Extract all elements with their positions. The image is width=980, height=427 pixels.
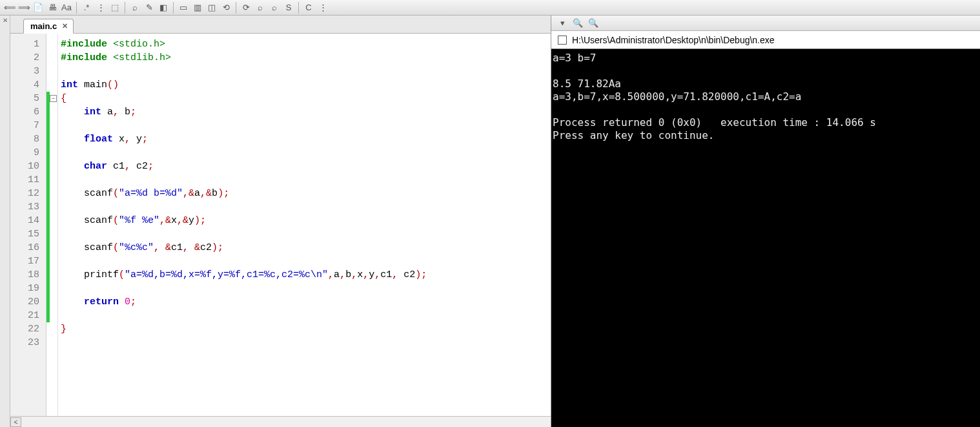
line-number: 16 — [10, 241, 46, 255]
line-number: 18 — [10, 268, 46, 282]
line-number: 5 — [10, 92, 46, 105]
toolbar-icon-15[interactable]: ⟳ — [240, 2, 252, 14]
scroll-left-icon[interactable]: < — [10, 417, 21, 427]
toolbar-icon-12[interactable]: ▥ — [192, 2, 203, 14]
console-pane: ▾🔍🔍 H:\Users\Administrator\Desktop\n\bin… — [551, 16, 980, 427]
toolbar-icon-17[interactable]: ⌕ — [269, 2, 280, 14]
code-line[interactable]: float x, y; — [61, 132, 551, 146]
console-tool-icon-1[interactable]: 🔍 — [572, 17, 584, 29]
toolbar-icon-5[interactable]: .* — [81, 2, 92, 14]
toolbar-separator — [76, 2, 77, 14]
line-number: 15 — [10, 227, 46, 241]
toolbar-icon-9[interactable]: ✎ — [143, 2, 155, 14]
toolbar-separator — [125, 2, 125, 14]
close-panel-icon[interactable]: ✕ — [3, 17, 8, 24]
toolbar-icon-6[interactable]: ⋮ — [95, 2, 107, 14]
console-title-text: H:\Users\Administrator\Desktop\n\bin\Deb… — [572, 35, 775, 45]
horizontal-scrollbar[interactable]: < — [10, 416, 551, 427]
code-line[interactable] — [61, 200, 551, 214]
code-line[interactable]: scanf("%f %e",&x,&y); — [61, 214, 551, 227]
code-line[interactable]: #include <stdio.h> — [61, 37, 551, 51]
line-number: 9 — [10, 146, 46, 160]
line-number: 23 — [10, 336, 46, 349]
code-line[interactable]: #include <stdlib.h> — [61, 51, 551, 65]
console-output[interactable]: a=3 b=7 8.5 71.82Aa a=3,b=7,x=8.500000,y… — [551, 49, 980, 427]
tab-strip: main.c ✕ — [10, 16, 551, 34]
console-toolbar: ▾🔍🔍 — [551, 16, 980, 31]
code-line[interactable] — [61, 65, 551, 78]
tab-main-c[interactable]: main.c ✕ — [23, 19, 74, 34]
line-number: 21 — [10, 309, 46, 322]
close-icon[interactable]: ✕ — [62, 22, 68, 30]
editor-body: 1234567891011121314151617181920212223 − … — [10, 34, 551, 416]
toolbar-icon-14[interactable]: ⟲ — [220, 2, 232, 14]
app-icon — [558, 36, 567, 45]
console-tool-icon-2[interactable]: 🔍 — [587, 17, 599, 29]
console-titlebar[interactable]: H:\Users\Administrator\Desktop\n\bin\Deb… — [551, 31, 980, 49]
toolbar-separator — [236, 2, 236, 14]
line-number-gutter: 1234567891011121314151617181920212223 — [10, 34, 46, 416]
toolbar-icon-13[interactable]: ◫ — [206, 2, 218, 14]
toolbar-icon-0[interactable]: ⟸ — [4, 2, 15, 14]
line-number: 10 — [10, 160, 46, 173]
code-line[interactable]: } — [61, 322, 551, 336]
toolbar-icon-16[interactable]: ⌕ — [254, 2, 266, 14]
code-line[interactable]: { — [61, 92, 551, 105]
line-number: 20 — [10, 295, 46, 309]
line-number: 13 — [10, 200, 46, 214]
code-area[interactable]: #include <stdio.h>#include <stdlib.h>int… — [58, 34, 551, 416]
toolbar-icon-10[interactable]: ◧ — [158, 2, 169, 14]
toolbar-icon-11[interactable]: ▭ — [178, 2, 189, 14]
toolbar-icon-19[interactable]: C — [303, 2, 314, 14]
line-number: 4 — [10, 78, 46, 92]
line-number: 8 — [10, 132, 46, 146]
left-gutter: ✕ — [0, 16, 10, 427]
code-line[interactable] — [61, 146, 551, 160]
fold-icon[interactable]: − — [50, 95, 57, 102]
toolbar-icon-4[interactable]: Aa — [61, 2, 72, 14]
code-line[interactable] — [61, 255, 551, 268]
line-number: 19 — [10, 282, 46, 295]
line-number: 22 — [10, 322, 46, 336]
line-number: 2 — [10, 51, 46, 65]
toolbar-icon-1[interactable]: ⟹ — [18, 2, 30, 14]
toolbar-separator — [173, 2, 174, 14]
toolbar-icon-18[interactable]: S — [283, 2, 294, 14]
line-number: 17 — [10, 255, 46, 268]
code-line[interactable]: scanf("%c%c", &c1, &c2); — [61, 241, 551, 255]
main-row: ✕ main.c ✕ 12345678910111213141516171819… — [0, 16, 980, 427]
code-line[interactable]: scanf("a=%d b=%d",&a,&b); — [61, 187, 551, 200]
change-marker — [46, 92, 50, 322]
tab-label: main.c — [30, 21, 57, 31]
code-line[interactable] — [61, 227, 551, 241]
toolbar-icon-20[interactable]: ⋮ — [317, 2, 329, 14]
code-line[interactable] — [61, 173, 551, 187]
code-line[interactable] — [61, 282, 551, 295]
line-number: 14 — [10, 214, 46, 227]
line-number: 11 — [10, 173, 46, 187]
line-number: 6 — [10, 105, 46, 119]
editor-pane: main.c ✕ 1234567891011121314151617181920… — [10, 16, 551, 427]
code-line[interactable] — [61, 336, 551, 349]
code-line[interactable] — [61, 119, 551, 132]
main-toolbar: ⟸⟹📄🖶Aa.*⋮⬚⌕✎◧▭▥◫⟲⟳⌕⌕SC⋮ — [0, 0, 980, 16]
code-line[interactable]: return 0; — [61, 295, 551, 309]
code-line[interactable] — [61, 309, 551, 322]
toolbar-separator — [298, 2, 299, 14]
line-number: 12 — [10, 187, 46, 200]
line-number: 1 — [10, 37, 46, 51]
code-line[interactable]: char c1, c2; — [61, 160, 551, 173]
toolbar-icon-2[interactable]: 📄 — [32, 2, 44, 14]
line-number: 7 — [10, 119, 46, 132]
toolbar-icon-7[interactable]: ⬚ — [109, 2, 121, 14]
console-tool-icon-0[interactable]: ▾ — [556, 17, 568, 29]
code-line[interactable]: int a, b; — [61, 105, 551, 119]
code-line[interactable]: printf("a=%d,b=%d,x=%f,y=%f,c1=%c,c2=%c\… — [61, 268, 551, 282]
line-number: 3 — [10, 65, 46, 78]
marker-gutter: − — [46, 34, 58, 416]
code-line[interactable]: int main() — [61, 78, 551, 92]
toolbar-icon-8[interactable]: ⌕ — [129, 2, 141, 14]
toolbar-icon-3[interactable]: 🖶 — [46, 2, 58, 14]
